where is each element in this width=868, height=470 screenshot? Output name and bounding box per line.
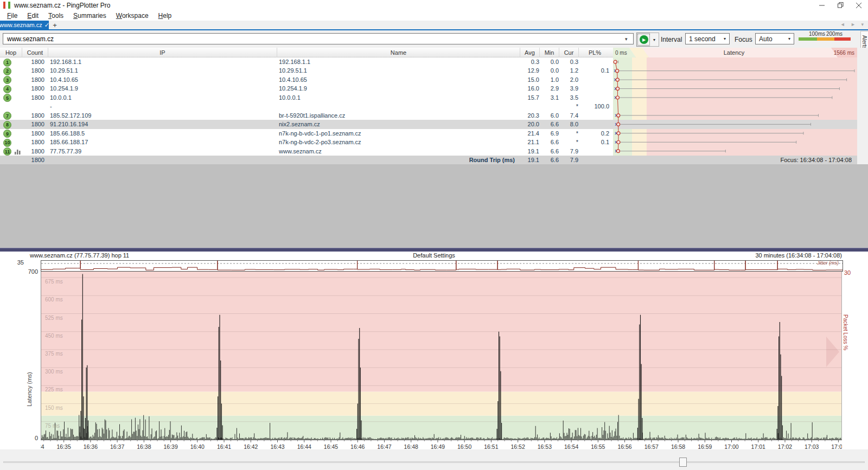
svg-text:16:50: 16:50: [457, 443, 471, 449]
cell-avg: 21.4: [519, 129, 539, 138]
svg-text:16:36: 16:36: [84, 443, 98, 449]
round-trip-row[interactable]: 1800 Round Trip (ms) 19.1 6.6 7.9 Focus:…: [0, 156, 857, 164]
cell-name: 10.29.51.1: [279, 66, 515, 75]
timeline-header: www.seznam.cz (77.75.77.39) hop 11 Defau…: [0, 252, 868, 260]
pane-splitter[interactable]: [0, 248, 868, 252]
cell-count: 1800: [22, 75, 44, 85]
minimize-button[interactable]: [813, 0, 831, 10]
menu-item-tools[interactable]: Tools: [43, 11, 68, 21]
latency-range-graph[interactable]: [611, 57, 857, 156]
svg-text:16:37: 16:37: [110, 443, 124, 449]
cell-count: 1800: [22, 93, 44, 102]
col-header-hop[interactable]: Hop: [0, 48, 22, 57]
focus-label: Focus: [735, 36, 752, 43]
focus-select[interactable]: Auto ▾: [755, 33, 794, 44]
interval-select[interactable]: 1 second ▾: [685, 33, 730, 44]
hop-number-badge: 8: [3, 121, 11, 129]
svg-text:17:03: 17:03: [805, 443, 819, 449]
cell-min: 0.0: [539, 66, 559, 75]
svg-text:16:51: 16:51: [484, 443, 498, 449]
focus-range-text: Focus: 16:34:08 - 17:04:08: [613, 156, 852, 164]
new-tab-button[interactable]: +: [50, 21, 60, 29]
minimize-icon: [819, 3, 825, 8]
svg-text:75 ms: 75 ms: [45, 423, 60, 429]
cell-cur: *: [559, 129, 578, 138]
col-header-min[interactable]: Min: [539, 48, 559, 57]
hop-mini-chart-icon: [15, 149, 21, 154]
jitter-axis-title: Jitter (ms): [749, 260, 839, 266]
start-trace-button[interactable]: ▶: [636, 33, 651, 47]
col-header-ip[interactable]: IP: [48, 48, 277, 57]
svg-text:16:40: 16:40: [190, 443, 205, 449]
cell-name: br-t-5920t1.ispalliance.cz: [279, 111, 515, 120]
cell-packet-loss: [578, 75, 609, 85]
cell-cur: 8.0: [559, 120, 578, 129]
round-trip-min: 6.6: [539, 156, 559, 164]
hop-number-badge: 1: [3, 59, 11, 67]
close-icon: [856, 3, 861, 8]
cell-name: 192.168.1.1: [279, 57, 515, 67]
svg-text:17:01: 17:01: [751, 443, 765, 449]
scrollbar-thumb[interactable]: [679, 458, 687, 467]
start-options-dropdown[interactable]: ▾: [650, 33, 659, 47]
cell-count: 1800: [22, 66, 44, 75]
col-header-name[interactable]: Name: [277, 48, 520, 57]
menu-item-summaries[interactable]: Summaries: [68, 11, 111, 21]
svg-text:150 ms: 150 ms: [45, 405, 63, 411]
latency-column-header[interactable]: 0 msLatency1566 ms: [611, 48, 857, 57]
tab-www-seznam-cz[interactable]: www.seznam.cz ✓: [0, 21, 49, 29]
jitter-strip[interactable]: [41, 260, 843, 272]
timeline-settings-label[interactable]: Default Settings: [326, 252, 542, 259]
hop-number-badge: 10: [3, 139, 11, 147]
scrollbar-track[interactable]: [3, 461, 865, 463]
latency-axis-min-label: 0: [24, 435, 38, 441]
svg-text:16:57: 16:57: [644, 443, 659, 449]
target-address-input[interactable]: [3, 33, 634, 44]
menu-item-help[interactable]: Help: [154, 11, 177, 21]
restore-button[interactable]: [831, 0, 850, 10]
hop-number-badge: 4: [3, 85, 11, 93]
col-header-avg[interactable]: Avg: [520, 48, 539, 57]
menu-item-file[interactable]: File: [2, 11, 22, 21]
tab-scroll-arrows[interactable]: ◄ ► ▾: [840, 22, 866, 27]
col-header-count[interactable]: Count: [22, 48, 48, 57]
svg-text:375 ms: 375 ms: [45, 351, 63, 357]
hop-number-badge: 2: [3, 67, 11, 75]
cell-packet-loss: 0.1: [578, 138, 609, 147]
jitter-graph: [41, 261, 843, 271]
latency-timeline-graph[interactable]: 75 ms150 ms225 ms300 ms375 ms450 ms525 m…: [41, 272, 842, 449]
latency-max-label: 1566 ms: [834, 50, 854, 56]
latency-timeline-plot: 75 ms150 ms225 ms300 ms375 ms450 ms525 m…: [41, 272, 842, 449]
cell-packet-loss: [578, 111, 609, 120]
cell-ip: -: [50, 102, 270, 111]
svg-text:17:02: 17:02: [778, 443, 792, 449]
app-icon-green: [8, 2, 10, 9]
target-dropdown-icon[interactable]: ▾: [625, 36, 628, 42]
round-trip-avg: 19.1: [519, 156, 539, 164]
menu-item-workspace[interactable]: Workspace: [111, 11, 154, 21]
svg-text:16:56: 16:56: [617, 443, 631, 449]
timeline-scrollbar: [0, 449, 868, 470]
col-header-pl[interactable]: PL%: [578, 48, 611, 57]
main-toolbar: ▾ ▶ ▾ Interval 1 second ▾ Focus Auto ▾ 1…: [0, 30, 868, 48]
cell-min: 6.6: [539, 147, 559, 156]
svg-text:225 ms: 225 ms: [45, 387, 63, 392]
col-header-cur[interactable]: Cur: [559, 48, 578, 57]
svg-text:16:53: 16:53: [538, 443, 552, 449]
round-trip-cur: 7.9: [559, 156, 578, 164]
svg-text:16:43: 16:43: [270, 443, 284, 449]
close-button[interactable]: [850, 0, 868, 10]
svg-text:16:38: 16:38: [137, 443, 151, 449]
latency-axis-max-label: 700: [13, 268, 38, 275]
cell-name: nix2.seznam.cz: [279, 120, 515, 129]
menu-item-edit[interactable]: Edit: [22, 11, 43, 21]
cell-count: 1800: [22, 120, 44, 129]
focus-caret-icon: ▾: [788, 36, 790, 41]
cell-count: 1800: [22, 111, 44, 120]
svg-text:16:41: 16:41: [217, 443, 231, 449]
menu-bar: FileEditToolsSummariesWorkspaceHelp: [0, 10, 868, 21]
legend-yellow-segment: [817, 37, 834, 41]
timeline-range-label[interactable]: 30 minutes (16:34:08 - 17:04:08): [624, 252, 842, 259]
cell-ip: 185.66.188.17: [50, 138, 270, 147]
cell-name: 10.0.0.1: [279, 93, 515, 102]
